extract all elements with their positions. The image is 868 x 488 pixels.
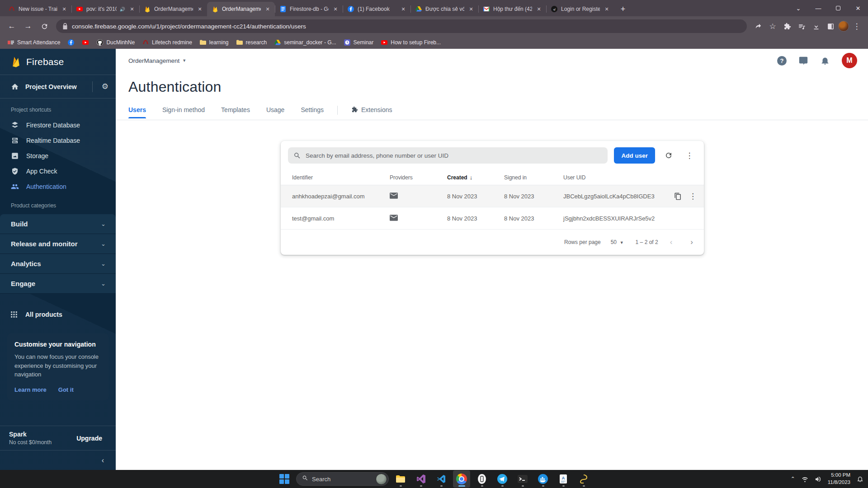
project-overview-row[interactable]: Project Overview ⚙ [0,75,116,99]
visual-studio-app[interactable] [412,470,429,488]
firebase-logo-row[interactable]: Firebase [0,49,116,75]
next-page-icon[interactable]: › [690,238,693,247]
close-icon[interactable]: ✕ [467,5,475,13]
bookmark-item[interactable]: DucMinhNe [94,38,137,47]
browser-tab[interactable]: pov: it's 2010s an 🔊 ✕ [71,2,139,16]
tab-usage[interactable]: Usage [266,106,284,118]
bell-icon[interactable] [820,56,830,66]
tab-templates[interactable]: Templates [221,106,250,118]
table-row[interactable]: anhkhoadepzai@gmail.com 8 Nov 2023 8 Nov… [281,185,704,207]
col-created[interactable]: Created↓ [447,174,504,181]
close-icon[interactable]: ✕ [535,5,542,13]
notification-bell-icon[interactable] [857,476,863,483]
browser-tab[interactable]: OrderManagement – ✕ [139,2,207,16]
close-icon[interactable]: ✕ [332,5,339,13]
tab-users[interactable]: Users [128,106,146,118]
audio-speaker-icon[interactable]: 🔊 [120,7,125,12]
chrome-app-active[interactable] [453,470,470,488]
close-icon[interactable]: ✕ [264,5,271,13]
bookmark-item[interactable]: Lifetech redmine [139,38,195,47]
minimize-button[interactable]: — [808,0,828,16]
download-icon[interactable] [809,19,823,33]
add-user-button[interactable]: Add user [614,147,655,164]
volume-icon[interactable] [815,476,821,483]
previous-page-icon[interactable]: ‹ [670,238,673,247]
feedback-icon[interactable] [798,56,808,66]
wifi-icon[interactable] [802,476,808,483]
upgrade-button[interactable]: Upgrade [72,432,107,445]
share-icon[interactable] [751,19,765,33]
phone-link-app[interactable] [473,470,491,488]
search-input[interactable] [306,152,602,159]
file-explorer-app[interactable] [392,470,409,488]
tab-extensions[interactable]: Extensions [351,106,392,118]
table-menu-kebab-icon[interactable]: ⋮ [682,148,697,163]
browser-tab[interactable]: Firestore-db - Googl ✕ [275,2,343,16]
clock[interactable]: 5:00 PM 11/8/2023 [828,472,850,486]
sidebar-item-storage[interactable]: Storage [0,148,116,164]
category-build[interactable]: Build ⌄ [0,214,116,234]
side-panel-icon[interactable] [824,19,837,33]
address-bar[interactable]: console.firebase.google.com/u/1/project/… [56,19,747,33]
browser-tab[interactable]: Được chia sẻ với tôi - ✕ [410,2,478,16]
bookmark-item[interactable]: learning [197,38,231,47]
all-products-button[interactable]: All products [0,305,116,324]
browser-profile-avatar[interactable] [838,21,849,32]
gear-icon[interactable]: ⚙ [102,82,108,91]
learn-more-link[interactable]: Learn more [14,386,47,393]
rows-per-page-select[interactable]: 50 ▼ [611,239,624,245]
category-release-and-monitor[interactable]: Release and monitor ⌄ [0,234,116,254]
browser-tab[interactable]: New issue - Training-1 ✕ [4,2,71,16]
bookmark-item[interactable] [79,38,92,47]
telegram-app[interactable] [494,470,511,488]
account-avatar[interactable]: M [842,53,857,68]
start-button[interactable] [276,470,293,488]
taskbar-search[interactable]: Search [296,472,389,486]
bookmark-item[interactable]: Smart Attendance [5,38,63,47]
search-highlight-image[interactable] [376,474,387,485]
sidebar-item-app-check[interactable]: App Check [0,164,116,179]
bookmark-item[interactable]: Seminar [341,38,377,47]
menu-kebab-icon[interactable]: ⋮ [850,19,863,33]
new-tab-button[interactable]: + [617,3,629,15]
close-icon[interactable]: ✕ [400,5,407,13]
reload-icon[interactable] [37,19,52,33]
design-app[interactable] [575,470,592,488]
user-search[interactable] [288,147,608,164]
browser-tab-active[interactable]: OrderManagement – ✕ [207,2,275,16]
forward-icon[interactable]: → [21,19,35,33]
close-icon[interactable]: ✕ [128,5,136,13]
bookmark-star-icon[interactable]: ☆ [766,19,779,33]
close-icon[interactable]: ✕ [61,5,68,13]
close-window-button[interactable]: ✕ [848,0,868,16]
copy-uid-icon[interactable] [674,192,682,200]
tab-sign-in-method[interactable]: Sign-in method [162,106,205,118]
got-it-link[interactable]: Got it [58,386,74,393]
bookmark-item[interactable]: How to setup Fireb... [378,38,443,47]
browser-tab[interactable]: sf Login or Register ✕ [546,2,614,16]
sidebar-item-authentication[interactable]: Authentication [0,179,116,194]
category-engage[interactable]: Engage ⌄ [0,274,116,294]
row-menu-kebab-icon[interactable]: ⋮ [689,192,697,201]
collapse-chevron-icon[interactable]: ‹ [102,456,104,465]
browser-tab[interactable]: (1) Facebook ✕ [343,2,410,16]
text-editor-app[interactable]: A [555,470,572,488]
bookmark-item[interactable] [65,38,77,47]
extensions-icon[interactable] [780,19,794,33]
browser-tab[interactable]: Hộp thư đến (42) - d ✕ [478,2,546,16]
vs-code-app[interactable] [433,470,450,488]
bookmark-item[interactable]: seminar_docker - G... [271,38,339,47]
category-analytics[interactable]: Analytics ⌄ [0,254,116,274]
sidebar-item-firestore-database[interactable]: Firestore Database [0,117,116,133]
table-row[interactable]: test@gmail.com 8 Nov 2023 8 Nov 2023 jSg… [281,207,704,230]
refresh-icon[interactable] [661,148,676,163]
tab-settings[interactable]: Settings [301,106,324,118]
breadcrumb[interactable]: OrderManagement ▼ [128,57,186,64]
playlist-icon[interactable] [795,19,808,33]
close-icon[interactable]: ✕ [196,5,203,13]
close-icon[interactable]: ✕ [603,5,610,13]
maximize-button[interactable] [828,0,848,16]
docker-app[interactable] [534,470,552,488]
terminal-app[interactable] [514,470,531,488]
help-icon[interactable]: ? [777,56,787,66]
